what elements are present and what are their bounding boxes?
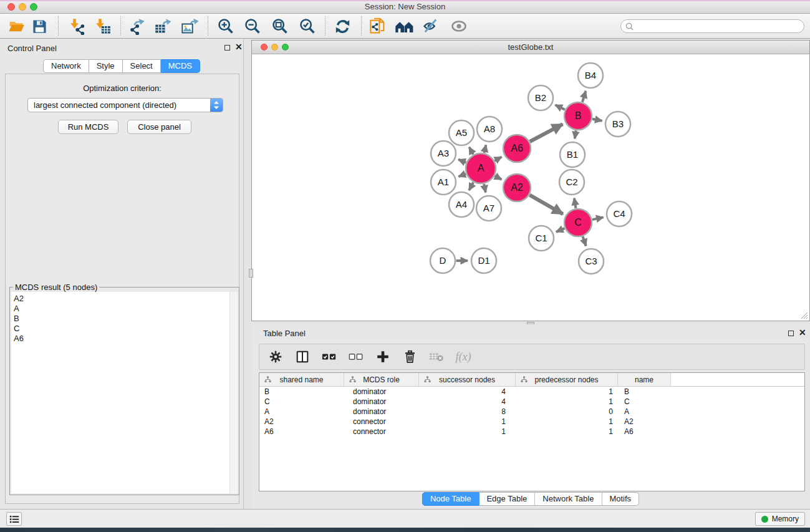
graph-node-C1[interactable]: C1 xyxy=(529,226,554,251)
export-image-icon[interactable] xyxy=(180,16,200,36)
task-history-button[interactable] xyxy=(6,512,22,526)
column-header-successor-nodes[interactable]: successor nodes xyxy=(419,373,516,386)
close-table-panel-icon[interactable]: ✕ xyxy=(799,327,806,338)
graph-node-D[interactable]: D xyxy=(430,248,455,273)
table-row-a6[interactable]: A6connector11A6 xyxy=(259,427,804,437)
open-session-icon[interactable] xyxy=(6,16,26,36)
unselect-all-columns-icon[interactable] xyxy=(347,348,365,365)
result-item-a2[interactable]: A2 xyxy=(14,294,229,304)
select-all-columns-icon[interactable] xyxy=(321,348,338,365)
search-input[interactable] xyxy=(636,21,804,32)
graph-node-C[interactable]: C xyxy=(564,209,592,236)
table-row-a2[interactable]: A2connector11A2 xyxy=(259,417,804,427)
show-all-networks-icon[interactable] xyxy=(394,16,414,36)
graph-edge-A-A1[interactable] xyxy=(458,174,466,177)
graph-edge-A-A3[interactable] xyxy=(458,160,466,163)
zoom-selected-icon[interactable] xyxy=(297,16,317,36)
column-header-name[interactable]: name xyxy=(618,373,671,386)
float-panel-icon[interactable] xyxy=(224,45,230,51)
hide-graphics-details-icon[interactable] xyxy=(421,16,441,36)
graph-edge-A2-C[interactable] xyxy=(529,195,562,214)
float-table-panel-icon[interactable] xyxy=(788,331,794,336)
show-graphics-details-icon[interactable] xyxy=(449,16,469,36)
tab-network[interactable]: Network xyxy=(43,59,89,73)
graph-edge-B-B3[interactable] xyxy=(592,119,602,121)
table-options-gear-icon[interactable] xyxy=(267,348,284,365)
graph-edge-C-C3[interactable] xyxy=(583,236,586,246)
save-session-icon[interactable] xyxy=(29,16,49,36)
graph-node-A6[interactable]: A6 xyxy=(503,135,531,162)
graph-node-A8[interactable]: A8 xyxy=(477,117,502,142)
graph-edge-A-A6[interactable] xyxy=(494,157,501,161)
graph-node-A7[interactable]: A7 xyxy=(476,196,501,221)
delete-column-trash-icon[interactable] xyxy=(401,348,418,365)
graph-edge-C-C2[interactable] xyxy=(574,198,576,208)
graph-edge-B-B1[interactable] xyxy=(575,130,576,138)
close-panel-button[interactable]: Close panel xyxy=(127,120,191,134)
result-item-a6[interactable]: A6 xyxy=(14,334,229,344)
graph-node-C3[interactable]: C3 xyxy=(579,249,604,274)
graph-edge-B-B4[interactable] xyxy=(582,91,586,102)
graph-edge-C-C4[interactable] xyxy=(592,217,604,220)
memory-button[interactable]: Memory xyxy=(755,512,805,526)
graph-edge-A-A2[interactable] xyxy=(494,176,501,180)
graph-node-B3[interactable]: B3 xyxy=(605,112,630,137)
table-row-b[interactable]: Bdominator41B xyxy=(259,387,804,397)
column-header-predecessor-nodes[interactable]: predecessor nodes xyxy=(516,373,618,386)
result-item-b[interactable]: B xyxy=(14,314,229,324)
graph-node-D1[interactable]: D1 xyxy=(471,248,496,273)
tab-network-table[interactable]: Network Table xyxy=(535,492,602,506)
graph-edge-A-A4[interactable] xyxy=(469,182,473,190)
tab-node-table[interactable]: Node Table xyxy=(422,492,480,506)
column-header-MCDS-role[interactable]: MCDS role xyxy=(344,373,419,386)
tab-motifs[interactable]: Motifs xyxy=(602,492,639,506)
window-resize-grip[interactable] xyxy=(800,311,808,319)
tab-style[interactable]: Style xyxy=(89,59,123,73)
import-table-icon[interactable] xyxy=(92,16,112,36)
export-table-icon[interactable] xyxy=(153,16,173,36)
vertical-splitter-handle[interactable] xyxy=(249,269,253,278)
run-mcds-button[interactable]: Run MCDS xyxy=(58,120,118,134)
refresh-icon[interactable] xyxy=(332,16,352,36)
result-list-scrollbar[interactable] xyxy=(229,292,238,493)
graph-edge-A-A7[interactable] xyxy=(484,184,486,193)
graph-node-A5[interactable]: A5 xyxy=(449,120,474,145)
result-item-a[interactable]: A xyxy=(14,304,229,314)
graph-node-A4[interactable]: A4 xyxy=(449,192,474,217)
graph-node-B2[interactable]: B2 xyxy=(528,85,553,110)
graph-node-B4[interactable]: B4 xyxy=(578,63,603,88)
graph-node-C4[interactable]: C4 xyxy=(607,201,632,226)
graph-edge-A-A8[interactable] xyxy=(485,145,486,153)
create-column-icon[interactable] xyxy=(374,348,392,365)
tab-edge-table[interactable]: Edge Table xyxy=(479,492,535,506)
table-header-row: shared nameMCDS rolesuccessor nodesprede… xyxy=(259,373,804,387)
graph-node-A1[interactable]: A1 xyxy=(431,170,456,195)
zoom-fit-icon[interactable] xyxy=(270,16,290,36)
graph-node-B1[interactable]: B1 xyxy=(560,142,585,167)
graph-edge-A-A5[interactable] xyxy=(469,147,473,155)
show-columns-icon[interactable] xyxy=(294,348,311,365)
copy-network-icon[interactable] xyxy=(368,16,388,36)
graph-node-A3[interactable]: A3 xyxy=(431,141,456,166)
zoom-out-icon[interactable] xyxy=(243,16,263,36)
close-panel-icon[interactable]: ✕ xyxy=(235,41,243,52)
graph-node-B[interactable]: B xyxy=(564,102,592,130)
network-graph[interactable]: AA1A2A3A4A5A6A7A8BB1B2B3B4CC1C2C3C4DD1 xyxy=(252,54,809,321)
graph-node-A2[interactable]: A2 xyxy=(503,174,531,201)
table-row-a[interactable]: Adominator80A xyxy=(259,407,804,417)
tab-select[interactable]: Select xyxy=(123,59,161,73)
optimization-criterion-select[interactable]: largest connected component (directed) xyxy=(27,98,223,112)
network-canvas[interactable]: AA1A2A3A4A5A6A7A8BB1B2B3B4CC1C2C3C4DD1 xyxy=(252,54,809,321)
tab-mcds[interactable]: MCDS xyxy=(161,59,200,73)
graph-node-A[interactable]: A xyxy=(466,153,496,183)
zoom-in-icon[interactable] xyxy=(216,16,236,36)
import-network-icon[interactable] xyxy=(67,16,87,36)
graph-edge-C-C1[interactable] xyxy=(556,228,564,232)
export-network-icon[interactable] xyxy=(127,16,147,36)
result-item-c[interactable]: C xyxy=(14,324,229,334)
table-row-c[interactable]: Cdominator41C xyxy=(259,397,804,407)
graph-edge-B-B2[interactable] xyxy=(555,105,564,109)
graph-edge-A6-B[interactable] xyxy=(530,124,563,142)
graph-node-C2[interactable]: C2 xyxy=(559,170,584,195)
column-header-shared-name[interactable]: shared name xyxy=(259,373,344,386)
